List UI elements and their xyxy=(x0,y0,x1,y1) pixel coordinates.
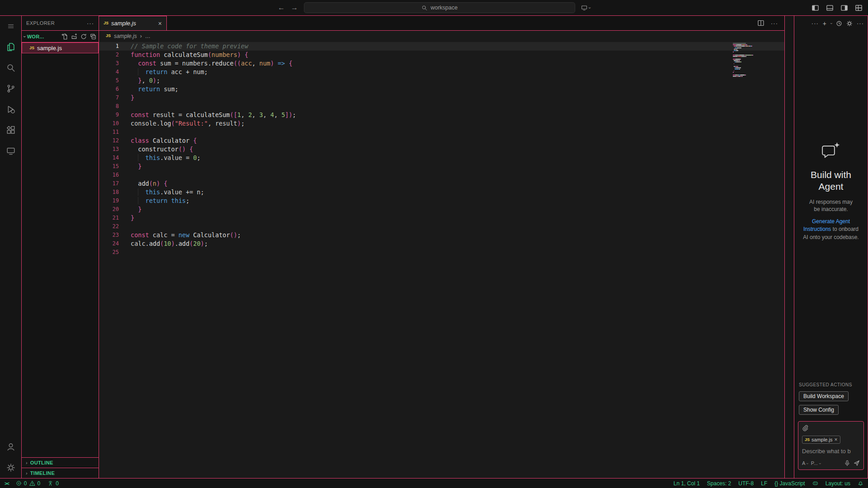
model-picker-dropdown[interactable]: P... › xyxy=(811,460,821,466)
collapse-folders-icon[interactable] xyxy=(90,33,96,40)
code-line-3[interactable]: 3 const sum = numbers.reduce((acc, num) … xyxy=(99,59,784,68)
explorer-icon[interactable] xyxy=(0,37,21,57)
remove-chip-icon[interactable]: × xyxy=(834,436,837,443)
line-number[interactable]: 3 xyxy=(99,59,119,68)
cursor-position-status[interactable]: Ln 1, Col 1 xyxy=(674,480,700,487)
code-editor[interactable]: 1// Sample code for theme preview2functi… xyxy=(99,41,784,478)
line-number[interactable]: 14 xyxy=(99,154,119,162)
code-line-24[interactable]: 24calc.add(10).add(20); xyxy=(99,239,784,248)
split-editor-icon[interactable] xyxy=(757,19,764,27)
line-number[interactable]: 4 xyxy=(99,68,119,76)
run-debug-icon[interactable] xyxy=(0,99,21,120)
line-number[interactable]: 21 xyxy=(99,214,119,222)
remote-window-dropdown[interactable]: › xyxy=(581,5,590,11)
code-line-11[interactable]: 11 xyxy=(99,128,784,136)
customize-layout-icon[interactable] xyxy=(855,4,863,12)
eol-status[interactable]: LF xyxy=(761,480,767,487)
copilot-status-icon[interactable] xyxy=(812,480,818,486)
code-line-10[interactable]: 10console.log("Result:", result); xyxy=(99,119,784,128)
toggle-panel-icon[interactable] xyxy=(826,4,834,12)
nav-back-icon[interactable]: ← xyxy=(278,4,285,12)
code-line-22[interactable]: 22 xyxy=(99,222,784,231)
code-line-17[interactable]: 17 add(n) { xyxy=(99,179,784,188)
line-number[interactable]: 16 xyxy=(99,171,119,179)
code-line-8[interactable]: 8 xyxy=(99,102,784,111)
file-item-sample-js[interactable]: JS sample.js xyxy=(22,42,99,53)
breadcrumb-symbol-ellipsis[interactable]: … xyxy=(145,33,151,39)
line-number[interactable]: 7 xyxy=(99,94,119,102)
code-line-13[interactable]: 13 constructor() { xyxy=(99,145,784,154)
line-number[interactable]: 8 xyxy=(99,102,119,111)
line-number[interactable]: 10 xyxy=(99,119,119,128)
refresh-explorer-icon[interactable] xyxy=(80,33,87,40)
line-number[interactable]: 18 xyxy=(99,188,119,197)
line-number[interactable]: 24 xyxy=(99,239,119,248)
code-line-7[interactable]: 7} xyxy=(99,94,784,102)
timeline-section-header[interactable]: › TIMELINE xyxy=(22,468,99,478)
send-message-icon[interactable] xyxy=(854,460,860,466)
chevron-down-icon[interactable]: › xyxy=(829,23,834,24)
context-chip-sample-js[interactable]: JS sample.js × xyxy=(802,436,840,444)
minimap[interactable] xyxy=(733,43,753,79)
menu-icon[interactable] xyxy=(0,16,21,37)
keyboard-layout-status[interactable]: Layout: us xyxy=(826,480,850,487)
line-number[interactable]: 22 xyxy=(99,222,119,231)
attach-context-icon[interactable] xyxy=(802,425,808,431)
code-line-25[interactable]: 25 xyxy=(99,248,784,257)
chat-more-icon[interactable]: ··· xyxy=(811,20,819,27)
chat-history-icon[interactable] xyxy=(836,20,842,27)
code-line-23[interactable]: 23const calc = new Calculator(); xyxy=(99,231,784,239)
line-number[interactable]: 19 xyxy=(99,197,119,205)
line-number[interactable]: 2 xyxy=(99,51,119,59)
line-number[interactable]: 12 xyxy=(99,136,119,145)
line-number[interactable]: 17 xyxy=(99,179,119,188)
toggle-primary-sidebar-icon[interactable] xyxy=(811,4,819,12)
line-number[interactable]: 20 xyxy=(99,205,119,214)
tab-sample-js[interactable]: JS sample.js × xyxy=(99,16,167,30)
new-folder-icon[interactable] xyxy=(71,33,77,40)
line-number[interactable]: 23 xyxy=(99,231,119,239)
line-number[interactable]: 11 xyxy=(99,128,119,136)
code-line-16[interactable]: 16 xyxy=(99,171,784,179)
remote-indicator[interactable]: >< xyxy=(5,481,9,486)
chat-input[interactable]: JS sample.js × Describe what to b A › P.… xyxy=(798,421,864,470)
toggle-secondary-sidebar-icon[interactable] xyxy=(840,4,848,12)
code-line-21[interactable]: 21} xyxy=(99,214,784,222)
outline-section-header[interactable]: › OUTLINE xyxy=(22,457,99,468)
remote-explorer-icon[interactable] xyxy=(0,141,21,161)
breadcrumb-file[interactable]: sample.js xyxy=(114,33,137,39)
command-center-search[interactable]: workspace xyxy=(304,2,575,13)
code-line-15[interactable]: 15 } xyxy=(99,162,784,171)
line-number[interactable]: 6 xyxy=(99,85,119,94)
encoding-status[interactable]: UTF-8 xyxy=(738,480,754,487)
line-number[interactable]: 15 xyxy=(99,162,119,171)
line-number[interactable]: 9 xyxy=(99,111,119,119)
chat-settings-icon[interactable] xyxy=(846,20,853,27)
voice-input-icon[interactable] xyxy=(844,460,850,466)
problems-status[interactable]: 0 0 xyxy=(16,480,40,487)
language-mode-status[interactable]: {} JavaScript xyxy=(774,480,805,487)
source-control-icon[interactable] xyxy=(0,78,21,99)
code-line-9[interactable]: 9const result = calculateSum([1, 2, 3, 4… xyxy=(99,111,784,119)
editor-chat-sash[interactable] xyxy=(784,16,794,478)
line-number[interactable]: 5 xyxy=(99,76,119,85)
new-chat-icon[interactable]: + xyxy=(823,20,826,27)
code-line-6[interactable]: 6 return sum; xyxy=(99,85,784,94)
close-tab-icon[interactable]: × xyxy=(158,20,162,27)
search-view-icon[interactable] xyxy=(0,57,21,78)
code-line-5[interactable]: 5 }, 0); xyxy=(99,76,784,85)
explorer-more-icon[interactable]: ··· xyxy=(87,20,94,27)
line-number[interactable]: 25 xyxy=(99,248,119,257)
show-config-button[interactable]: Show Config xyxy=(799,405,839,415)
code-line-12[interactable]: 12class Calculator { xyxy=(99,136,784,145)
workspace-section-header[interactable]: › WOR... xyxy=(22,30,99,42)
code-line-20[interactable]: 20 } xyxy=(99,205,784,214)
code-line-2[interactable]: 2function calculateSum(numbers) { xyxy=(99,51,784,59)
agent-mode-dropdown[interactable]: A › xyxy=(802,460,808,466)
settings-gear-icon[interactable] xyxy=(0,457,21,478)
code-line-1[interactable]: 1// Sample code for theme preview xyxy=(99,42,784,51)
line-number[interactable]: 1 xyxy=(99,42,119,51)
new-file-icon[interactable] xyxy=(61,33,68,40)
build-workspace-button[interactable]: Build Workspace xyxy=(799,391,849,401)
chat-input-placeholder[interactable]: Describe what to b xyxy=(802,448,860,455)
